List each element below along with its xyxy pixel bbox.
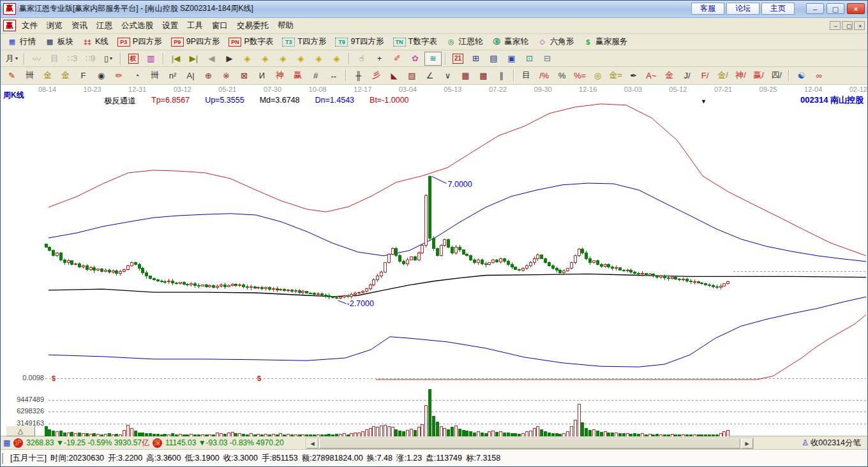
price-grid-tool-icon[interactable]: 卌 [21,68,38,82]
a-wave-tool-icon[interactable]: A~ [643,68,660,82]
menu-item-工具[interactable]: 工具 [183,19,207,33]
pen-tool-icon[interactable]: ✎ [3,68,20,82]
calendar-icon[interactable]: 21 [449,52,467,66]
menu-item-交易委托[interactable]: 交易委托 [232,19,273,33]
winner-service-button[interactable]: $赢家服务 [579,35,631,48]
candle-style-selector[interactable]: ▯▾ [100,52,117,66]
zoom-pen-tool-icon[interactable]: ✐ [389,52,406,66]
period-selector-dropdown-icon[interactable]: ▾ [15,56,18,61]
t-square-button[interactable]: T3T四方形 [278,35,330,48]
t-number-button[interactable]: TNT数字表 [389,35,441,48]
percent-tool-icon[interactable]: % [553,68,571,82]
ruler-tool-icon[interactable]: 目 [518,68,535,82]
gold-grid-tool-icon[interactable]: 金 [39,68,56,82]
sectors-button[interactable]: ▩板块 [41,35,77,48]
send-chart-icon[interactable]: ⊡ [521,52,538,66]
hline-grid-tool-icon[interactable]: 卌 [146,68,163,82]
time-cycle-tool-icon[interactable]: ◔ [128,68,146,82]
kline-chart[interactable]: $$7.0000-2.7000 [1,85,868,440]
star-grid-tool-icon[interactable]: ※ [218,68,235,82]
hv-line-tool-icon[interactable]: ╫ [350,68,367,82]
expand-icon[interactable]: ◈ [310,52,327,66]
box-line-tool-icon[interactable]: ▨ [403,68,421,82]
box-grid-tool-icon[interactable]: ⊠ [236,68,253,82]
menu-item-资讯[interactable]: 资讯 [67,19,92,33]
angle-line-tool-icon[interactable]: ∠ [421,68,438,82]
quotes-button[interactable]: ▦行情 [3,35,40,48]
hand-tool-icon[interactable]: ☝ [353,52,370,66]
titlebar-link-0[interactable]: 客服 [691,3,724,15]
zoom-horizontal-icon[interactable]: ◈ [274,52,292,66]
period-selector[interactable]: 月▾ [3,52,20,66]
calculator-icon[interactable]: ⊞ [467,52,484,66]
number-grid-tool-icon[interactable]: # [307,68,324,82]
grid-a-tool-icon[interactable]: ▦ [457,68,474,82]
gold-box-tool-icon[interactable]: 金 [57,68,74,82]
menu-item-浏览[interactable]: 浏览 [42,19,67,33]
horizontal-scrollbar[interactable]: ◀ ▶ [306,438,754,449]
angle-measure-tool-icon[interactable]: A| [182,68,199,82]
menu-item-江恩[interactable]: 江恩 [92,19,117,33]
child-restore-button[interactable]: ▢ [842,21,853,30]
t9-square-button[interactable]: T99T四方形 [331,35,387,48]
kline-button[interactable]: ‡‡K线 [79,35,112,48]
gold-red-tool-icon[interactable]: 金 [661,68,678,82]
pane-expand-button[interactable]: △ [6,426,35,436]
restore-button[interactable]: ▢ [827,3,844,14]
memo-icon[interactable]: ▤ [485,52,502,66]
titlebar-link-2[interactable]: 主页 [761,3,795,15]
pen-book-tool-icon[interactable]: ✒ [625,68,642,82]
scrollbar-thumb[interactable] [319,438,740,448]
taiji-icon[interactable]: ☯ [793,68,810,82]
crosshair-tool-icon[interactable]: + [371,52,388,66]
brush-tool-icon[interactable]: ✏ [110,68,128,82]
market-table-icon[interactable]: ▦ [3,438,10,447]
child-minimize-button[interactable]: – [830,21,841,30]
menu-item-公式选股[interactable]: 公式选股 [117,19,158,33]
minimize-button[interactable]: – [806,3,824,14]
infinity-icon[interactable]: ∞ [811,68,828,82]
save-icon[interactable]: ▣ [503,52,520,66]
prev-candle-icon[interactable]: ◀ [203,52,220,66]
tick-view-link[interactable]: ♙ 收002314分笔 [802,438,861,448]
gold-circle-tool-icon[interactable]: ◎ [589,68,606,82]
ying-grid-tool-icon[interactable]: 赢 [289,68,306,82]
vee-line-tool-icon[interactable]: ∨ [439,68,456,82]
k-notation-tool-icon[interactable]: И [253,68,271,82]
shen-grid-tool-icon[interactable]: 神 [271,68,288,82]
box-fan-tool-icon[interactable]: ◣ [385,68,403,82]
scroll-left-icon[interactable]: ◀ [306,438,318,448]
width-measure-tool-icon[interactable]: ↔ [325,68,342,82]
grid-b-tool-icon[interactable]: ▩ [475,68,492,82]
gold-angle-tool-icon[interactable]: 金/ [714,68,731,82]
zoom-right-icon[interactable]: ◈ [257,52,274,66]
gold-line-tool-icon[interactable]: 金= [607,68,624,82]
compress-icon[interactable]: ◈ [292,52,310,66]
si-angle-tool-icon[interactable]: 四/ [768,68,785,82]
f-box-tool-icon[interactable]: F [75,68,92,82]
percent-fan-tool-icon[interactable]: /% [535,68,553,82]
reset-zoom-icon[interactable]: ◈ [328,52,345,66]
j-angle-tool-icon[interactable]: J/ [678,68,696,82]
print-icon[interactable]: ⊟ [539,52,556,66]
spiral-tool-icon[interactable]: ◉ [93,68,110,82]
volume-indicator-icon[interactable]: ▥ [142,52,160,66]
wave-tool-icon[interactable]: ≋ [424,52,442,66]
close-button[interactable]: × [847,3,865,14]
p-number-button[interactable]: PNP数字表 [225,35,277,48]
candle-style-selector-dropdown-icon[interactable]: ▾ [110,56,112,61]
menu-item-帮助[interactable]: 帮助 [273,19,298,33]
menu-item-文件[interactable]: 文件 [17,19,42,33]
winner-wheel-button[interactable]: Ⓑ赢家轮 [488,35,532,48]
menu-item-设置[interactable]: 设置 [158,19,183,33]
menu-item-窗口[interactable]: 窗口 [207,19,232,33]
circle-cross-tool-icon[interactable]: ⊕ [200,68,217,82]
p-square-button[interactable]: P3P四方形 [114,35,166,48]
hexagon-button[interactable]: ◇六角形 [534,35,578,48]
chart-canvas[interactable]: $$7.0000-2.7000 08-1410-2312-3103-1205-2… [1,85,867,437]
adjust-rights-icon[interactable]: 权 [124,52,142,66]
f-angle-tool-icon[interactable]: F/ [696,68,714,82]
zoom-left-icon[interactable]: ◈ [239,52,256,66]
p9-square-button[interactable]: P99P四方形 [167,35,224,48]
percent-line-tool-icon[interactable]: %= [571,68,588,82]
